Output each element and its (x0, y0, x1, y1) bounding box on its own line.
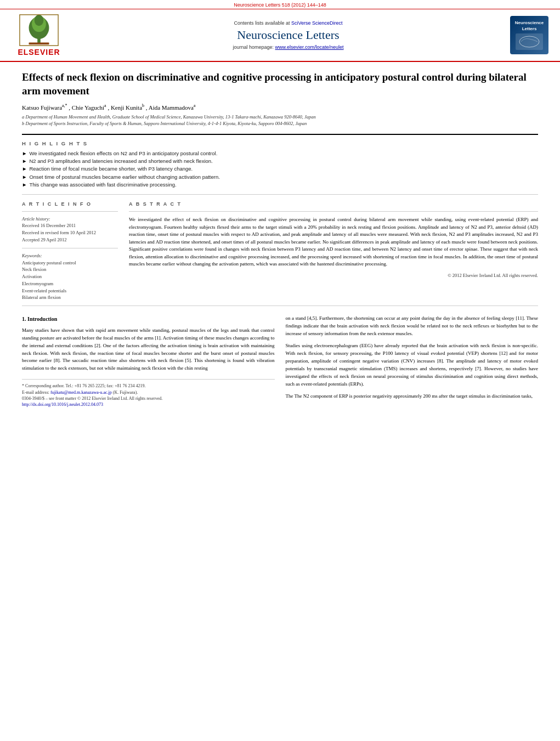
body-col-left: 1. Introduction Many studies have shown … (22, 315, 275, 408)
footnote-section: * Corresponding author. Tel.: +81 76 265… (22, 379, 275, 408)
body-content: 1. Introduction Many studies have shown … (22, 315, 538, 408)
received-date-1: Received 16 December 2011 (22, 223, 118, 229)
keyword-3: Activation (22, 273, 118, 280)
affiliations: a Department of Human Movement and Healt… (22, 114, 538, 127)
journal-title: Neuroscience Letters (76, 28, 501, 42)
elsevier-tree-icon (17, 14, 61, 47)
journal-header: ELSEVIER Contents lists available at Sci… (0, 9, 560, 62)
keyword-2: Neck flexion (22, 266, 118, 273)
highlights-section: H I G H L I G H T S ► We investigated ne… (22, 140, 538, 189)
journal-right-logo: Neuroscience Letters (507, 14, 551, 56)
highlight-item-5: ► This change was associated with fast d… (22, 181, 538, 189)
keywords-label: Keywords: (22, 253, 118, 258)
article-info-col: A R T I C L E I N F O Article history: R… (22, 201, 118, 301)
footnote-doi: http://dx.doi.org/10.1016/j.neulet.2012.… (22, 401, 275, 408)
keyword-5: Event-related potentials (22, 287, 118, 295)
intro-para-1: Many studies have shown that with rapid … (22, 327, 275, 373)
journal-homepage: journal homepage: www.elsevier.com/locat… (76, 44, 501, 50)
footnote-email-link[interactable]: fujikatu@med.m.kanazawa-u.ac.jp (50, 390, 112, 395)
author-katsuo: Katsuo Fujiwara (22, 104, 62, 111)
divider-info (22, 211, 118, 212)
page: Neuroscience Letters 518 (2012) 144–148 … (0, 0, 560, 741)
highlight-item-2: ► N2 and P3 amplitudes and latencies inc… (22, 157, 538, 165)
intro-para-3: Studies using electroencephalogram (EEG)… (286, 342, 539, 388)
badge-brain-icon (516, 33, 543, 50)
divider-keywords (22, 248, 118, 248)
elsevier-logo: ELSEVIER (9, 14, 69, 56)
abstract-col: A B S T R A C T We investigated the effe… (129, 201, 538, 301)
svg-point-3 (35, 15, 44, 26)
highlight-item-1: ► We investigated neck flexion effects o… (22, 150, 538, 157)
journal-top-bar: Neuroscience Letters 518 (2012) 144–148 (0, 0, 560, 9)
journal-citation: Neuroscience Letters 518 (2012) 144–148 (234, 2, 326, 8)
badge-line2: Letters (522, 26, 537, 31)
highlight-item-3: ► Reaction time of focal muscle became s… (22, 165, 538, 173)
affiliation-b: b Department of Sports Instruction, Facu… (22, 121, 538, 127)
badge-line1: Neuroscience (515, 20, 544, 25)
intro-title: 1. Introduction (22, 315, 275, 324)
main-content: Effects of neck flexion on discriminativ… (0, 62, 560, 416)
abstract-text: We investigated the effect of neck flexi… (129, 216, 538, 268)
footnote-email: E-mail address: fujikatu@med.m.kanazawa-… (22, 389, 275, 395)
affiliation-a: a Department of Human Movement and Healt… (22, 114, 538, 121)
history-label: Article history: (22, 216, 118, 222)
received-date-2: Received in revised form 10 April 2012 (22, 230, 118, 236)
divider-abstract (129, 211, 538, 212)
divider-thick (22, 134, 538, 135)
divider-body (22, 306, 538, 306)
divider-thin-1 (22, 194, 538, 195)
accepted-date: Accepted 29 April 2012 (22, 237, 118, 244)
the-word: The (286, 393, 295, 399)
footnote-doi-link[interactable]: http://dx.doi.org/10.1016/j.neulet.2012.… (22, 402, 103, 407)
authors-line: Katsuo Fujiwaraa,* , Chie Yaguchia , Ken… (22, 103, 538, 111)
article-info-abstract: A R T I C L E I N F O Article history: R… (22, 201, 538, 301)
keyword-6: Bilateral arm flexion (22, 294, 118, 301)
article-info-heading: A R T I C L E I N F O (22, 201, 118, 207)
footnote-issn: 0304-3940/$ – see front matter © 2012 El… (22, 395, 275, 401)
elsevier-label: ELSEVIER (18, 48, 60, 56)
copyright: © 2012 Elsevier Ireland Ltd. All rights … (129, 273, 538, 278)
highlights-title: H I G H L I G H T S (22, 140, 538, 146)
keyword-4: Electromyogram (22, 280, 118, 287)
svg-rect-4 (29, 43, 49, 45)
keyword-1: Anticipatory postural control (22, 259, 118, 267)
abstract-heading: A B S T R A C T (129, 201, 538, 207)
journal-center: Contents lists available at SciVerse Sci… (76, 14, 501, 56)
sciverse-text: Contents lists available at SciVerse Sci… (76, 20, 501, 26)
footnote-corresponding: * Corresponding author. Tel.: +81 76 265… (22, 383, 275, 389)
sciverse-link[interactable]: SciVerse ScienceDirect (291, 20, 343, 26)
intro-para-4: The The N2 component of ERP is posterior… (286, 393, 539, 400)
highlight-item-4: ► Onset time of postural muscles became … (22, 173, 538, 181)
journal-homepage-link[interactable]: www.elsevier.com/locate/neulet (275, 44, 344, 50)
neuroscience-badge: Neuroscience Letters (510, 16, 548, 54)
intro-para-2: on a stand [4,5]. Furthermore, the short… (286, 315, 539, 338)
body-col-right: on a stand [4,5]. Furthermore, the short… (286, 315, 539, 408)
svg-point-6 (519, 36, 539, 47)
article-title: Effects of neck flexion on discriminativ… (22, 71, 538, 98)
